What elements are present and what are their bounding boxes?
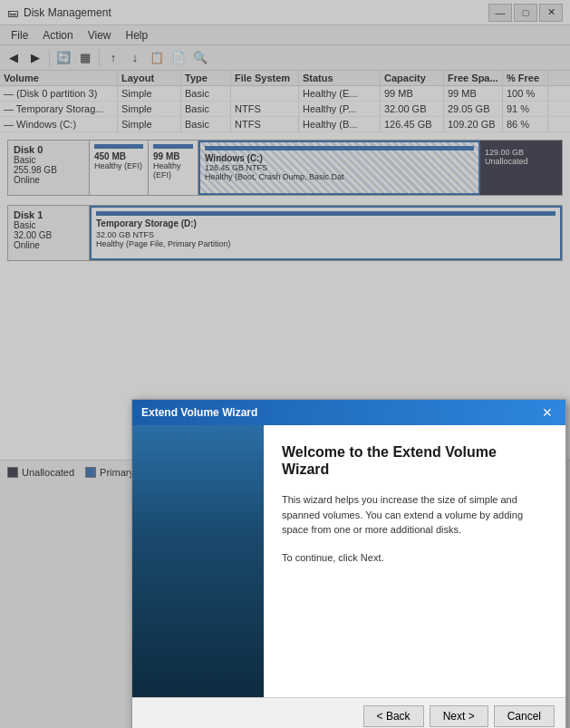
wizard-continue-text: To continue, click Next.: [282, 552, 547, 563]
wizard-cancel-button[interactable]: Cancel: [494, 705, 555, 727]
wizard-close-button[interactable]: ✕: [538, 404, 556, 421]
wizard-back-button[interactable]: < Back: [363, 705, 424, 727]
extend-volume-wizard: Extend Volume Wizard ✕ Welcome to the Ex…: [131, 399, 566, 728]
wizard-heading: Welcome to the Extend VolumeWizard: [282, 443, 547, 478]
wizard-title-label: Extend Volume Wizard: [141, 406, 257, 419]
wizard-next-button[interactable]: Next >: [430, 705, 488, 727]
wizard-description: This wizard helps you increase the size …: [282, 492, 547, 538]
wizard-sidebar: [132, 425, 264, 697]
wizard-title-bar: Extend Volume Wizard ✕: [132, 400, 565, 425]
wizard-content: Welcome to the Extend VolumeWizard This …: [264, 425, 565, 697]
wizard-footer: < Back Next > Cancel: [132, 697, 565, 728]
wizard-body: Welcome to the Extend VolumeWizard This …: [132, 425, 565, 697]
